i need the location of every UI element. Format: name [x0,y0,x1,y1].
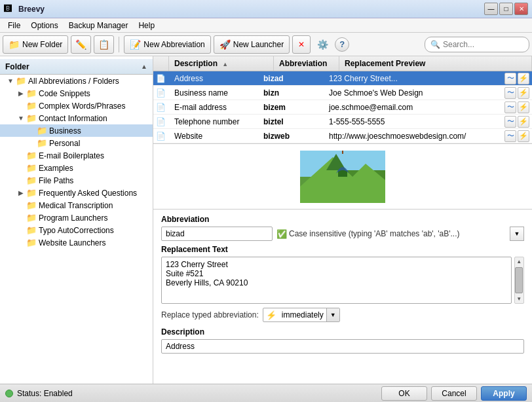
sidebar-item-examples[interactable]: 📁 Examples [0,162,153,174]
th-preview: Replacement Preview [339,56,532,71]
folder-icon-filepaths: 📁 [26,175,37,185]
case-select-container: ✅ Case insensitive (typing 'AB' matches … [276,227,524,241]
row-abbr-3: biztel [258,116,324,128]
sidebar: Folder ▲ ▼ 📁 All Abbreviations / Folders… [0,56,153,384]
toolbar-separator-1 [119,37,119,52]
table-row[interactable]: 📄 E-mail address bizem joe.schmoe@email.… [153,100,532,115]
menu-options[interactable]: Options [26,20,63,31]
toggle-code: ▶ [16,90,26,97]
folder-icon-complex: 📁 [26,101,37,111]
sidebar-item-all[interactable]: ▼ 📁 All Abbreviations / Folders [0,75,153,87]
folder-icon: 📁 [9,39,20,50]
bolt-icon-0[interactable]: ⚡ [518,73,529,84]
sidebar-item-launchers[interactable]: 📁 Program Launchers [0,211,153,224]
wave-icon-2[interactable]: 〜 [504,101,516,113]
row-actions-1: 〜 ⚡ [502,87,532,99]
sidebar-item-complex[interactable]: 📁 Complex Words/Phrases [0,100,153,112]
table-row[interactable]: 📄 Business name bizn Joe Schmoe's Web De… [153,86,532,100]
menu-file[interactable]: File [3,20,26,31]
row-prev-2: joe.schmoe@email.com [324,101,502,113]
ok-button[interactable]: OK [381,386,427,401]
new-abbreviation-button[interactable]: 📝 New Abbreviation [124,35,210,54]
row-abbr-2: bizem [258,101,324,113]
th-description[interactable]: Description ▲ [169,56,274,71]
scroll-down-icon[interactable]: ▼ [516,295,522,303]
folder-icon-all: 📁 [16,76,26,86]
minimize-button[interactable]: — [484,3,498,15]
sidebar-item-business[interactable]: 📁 Business [0,124,153,137]
description-section-title: Description [161,327,524,337]
menubar: File Options Backup Manager Help [0,18,532,33]
sidebar-item-typo[interactable]: 📁 Typo AutoCorrections [0,224,153,236]
replacement-textarea[interactable]: 123 Cherry Street Suite #521 Beverly Hil… [161,257,512,304]
sidebar-label-business: Business [49,126,81,136]
table-row[interactable]: 📄 Website bizweb http://www.joeschmoeswe… [153,129,532,143]
icon-btn-2[interactable]: 📋 [94,35,114,54]
bolt-icon-2[interactable]: ⚡ [518,101,529,113]
sidebar-item-filepaths[interactable]: 📁 File Paths [0,174,153,187]
row-actions-3: 〜 ⚡ [502,116,532,128]
sidebar-label-examples: Examples [39,164,73,173]
folder-icon-business: 📁 [37,126,47,136]
folder-icon-typo: 📁 [26,225,37,235]
wave-icon-4[interactable]: 〜 [504,130,516,142]
sidebar-item-faq[interactable]: ▶ 📁 Frequently Asked Questions [0,187,153,199]
wave-icon-0[interactable]: 〜 [504,73,516,84]
row-icon-0: 📄 [153,74,169,83]
sidebar-item-contact[interactable]: ▼ 📁 Contact Information [0,112,153,124]
sidebar-item-email[interactable]: 📁 E-mail Boilerplates [0,149,153,162]
sidebar-item-medical[interactable]: 📁 Medical Transcription [0,199,153,211]
scroll-up-icon[interactable]: ▲ [516,257,522,266]
sidebar-item-personal[interactable]: 📁 Personal [0,137,153,149]
row-icon-3: 📄 [153,117,169,126]
case-dropdown[interactable]: ▼ [510,227,524,241]
sidebar-label-email: E-mail Boilerplates [39,151,104,160]
icon-btn-1[interactable]: ✏️ [71,35,91,54]
search-input[interactable] [443,40,523,49]
delete-icon: ✕ [298,40,305,49]
app-icon: 🅱 [4,4,14,14]
wave-icon-1[interactable]: 〜 [504,87,516,99]
table-row[interactable]: 📄 Telephone number biztel 1-555-555-5555… [153,115,532,129]
bolt-select-icon: ⚡ [263,310,279,320]
titlebar-buttons: — □ ✕ [484,3,528,15]
sidebar-item-code[interactable]: ▶ 📁 Code Snippets [0,87,153,100]
new-launcher-button[interactable]: 🚀 New Launcher [214,35,290,54]
delete-button[interactable]: ✕ [292,35,311,54]
toggle-all: ▼ [5,77,16,84]
bolt-icon-3[interactable]: ⚡ [518,116,529,128]
bolt-icon-4[interactable]: ⚡ [518,130,529,142]
doc-icon: 📄 [156,88,166,98]
settings-button[interactable]: ⚙️ [313,37,332,52]
row-desc-3: Telephone number [169,116,258,128]
abbreviation-input[interactable] [161,227,273,241]
menu-help[interactable]: Help [133,20,160,31]
sidebar-header: Folder ▲ [0,59,153,75]
doc-icon: 📄 [156,117,166,126]
bolt-icon-1[interactable]: ⚡ [518,87,529,99]
th-abbreviation[interactable]: Abbreviation [274,56,339,71]
titlebar: 🅱 Breevy — □ ✕ [0,0,532,18]
replace-select-value: immediately [279,310,326,320]
close-button[interactable]: ✕ [514,3,528,15]
bottom-form: Abbreviation ✅ Case insensitive (typing … [153,210,532,384]
apply-button[interactable]: Apply [481,386,527,401]
new-launcher-label: New Launcher [233,40,284,49]
table-row[interactable]: 📄 Address bizad 123 Cherry Street... 〜 ⚡ [153,71,532,86]
help-button[interactable]: ? [335,37,349,52]
description-row [161,339,524,354]
description-input[interactable] [161,339,524,354]
cancel-button[interactable]: Cancel [431,386,477,401]
wave-icon-3[interactable]: 〜 [504,116,516,128]
row-prev-0: 123 Cherry Street... [324,73,502,84]
row-prev-1: Joe Schmoe's Web Design [324,87,502,99]
sidebar-label-faq: Frequently Asked Questions [39,189,137,198]
new-folder-button[interactable]: 📁 New Folder [3,35,68,54]
sidebar-label-code: Code Snippets [39,89,90,98]
restore-button[interactable]: □ [499,3,513,15]
replace-dropdown-arrow[interactable]: ▼ [326,308,339,322]
sidebar-item-website[interactable]: 📁 Website Launchers [0,236,153,249]
menu-backup[interactable]: Backup Manager [64,20,134,31]
replace-select-wrapper[interactable]: ⚡ immediately ▼ [263,308,340,322]
sidebar-label-complex: Complex Words/Phrases [39,101,126,111]
